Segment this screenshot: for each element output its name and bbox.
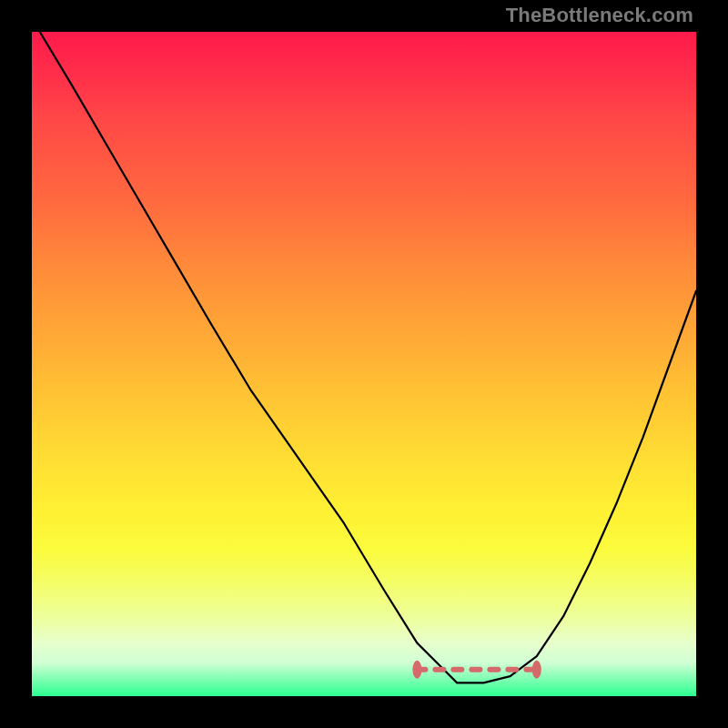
highlight-band [412,661,541,679]
plot-area [32,32,696,696]
watermark-text: TheBottleneck.com [506,4,693,27]
series-bottleneck-curve [32,32,696,682]
curve-path [32,32,696,682]
highlight-end-marker [532,661,541,679]
chart-frame: TheBottleneck.com [0,0,728,728]
highlight-start-marker [412,661,421,679]
chart-svg [32,32,696,696]
